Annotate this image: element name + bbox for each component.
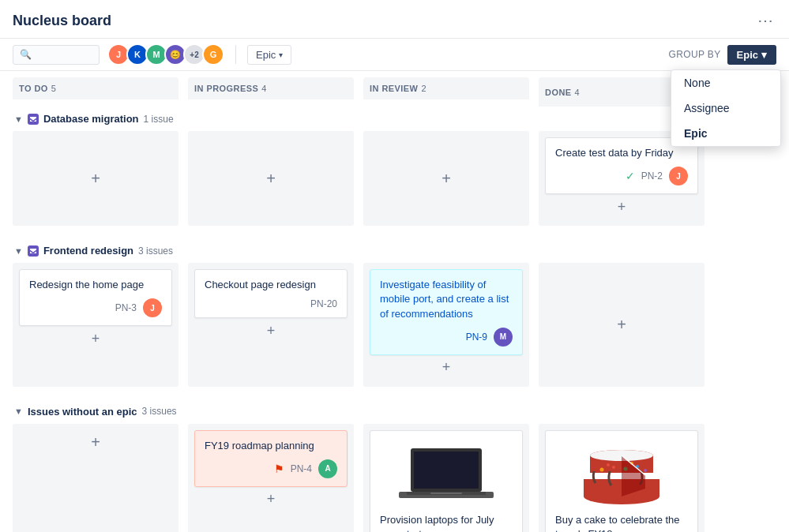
dropdown-item-epic[interactable]: Epic xyxy=(671,121,780,146)
card-pn4-avatar: A xyxy=(318,459,337,478)
no-epic-done-cell: Buy a cake to celebrate the team's FY18 … xyxy=(539,424,704,532)
epic-group-database-migration: ▼ Database migration 1 issue + + + xyxy=(13,107,776,226)
epic-group-header-no-epic[interactable]: ▼ Issues without an epic 3 issues xyxy=(13,399,776,424)
toolbar-divider xyxy=(235,45,236,64)
avatar-5[interactable]: G xyxy=(202,43,224,66)
epic-group-label-no-epic: Issues without an epic xyxy=(28,406,137,418)
card-pn9-avatar: M xyxy=(494,328,513,347)
svg-rect-4 xyxy=(430,493,462,494)
col-header-inprogress: IN PROGRESS 4 xyxy=(188,77,354,107)
database-inprogress-cell: + xyxy=(188,131,354,226)
laptop-svg xyxy=(395,442,498,505)
database-todo-add-button[interactable]: + xyxy=(91,170,100,188)
card-pn20-id: PN-20 xyxy=(310,298,337,309)
card-pn9-title: Investigate feasibility of mobile port, … xyxy=(380,278,513,321)
card-pn3-footer: PN-3 J xyxy=(29,298,162,317)
frontend-inreview-add-button[interactable]: + xyxy=(442,359,451,376)
card-pn20-footer: PN-20 xyxy=(205,298,337,309)
search-box[interactable]: 🔍 xyxy=(13,45,100,65)
card-pn9[interactable]: Investigate feasibility of mobile port, … xyxy=(370,269,523,355)
card-pn9-id: PN-9 xyxy=(466,332,487,343)
epic-icon-frontend xyxy=(28,245,39,257)
database-todo-cell: + xyxy=(13,131,178,226)
epic-group-header-database[interactable]: ▼ Database migration 1 issue xyxy=(13,107,776,131)
card-pn4[interactable]: FY19 roadmap planning ⚑ PN-4 A xyxy=(194,430,348,487)
group-by-area: GROUP BY Epic ▾ xyxy=(669,45,776,65)
svg-point-17 xyxy=(607,463,610,466)
collapse-icon-no-epic: ▼ xyxy=(14,406,23,416)
frontend-done-cell: + xyxy=(539,263,704,387)
database-inreview-add-button[interactable]: + xyxy=(441,170,451,188)
card-pn7-title: Provision laptops for July new starters xyxy=(380,513,513,532)
frontend-done-add-button[interactable]: + xyxy=(617,316,626,334)
group-by-epic-button[interactable]: Epic ▾ xyxy=(727,45,776,65)
no-epic-inprogress-add: + xyxy=(194,487,348,512)
dropdown-item-none[interactable]: None xyxy=(671,70,780,96)
dropdown-item-assignee[interactable]: Assignee xyxy=(671,96,780,121)
col-title-todo: TO DO xyxy=(19,84,48,93)
card-pn4-flag-icon: ⚑ xyxy=(274,463,284,475)
top-bar: Nucleus board ⋯ xyxy=(0,0,789,39)
group-by-chevron-icon: ▾ xyxy=(761,49,767,61)
col-header-todo: TO DO 5 xyxy=(13,77,178,107)
card-pn2-check-icon: ✓ xyxy=(626,170,635,182)
card-pn3[interactable]: Redesign the home page PN-3 J xyxy=(19,269,172,326)
epic-filter-button[interactable]: Epic ▾ xyxy=(247,45,291,65)
group-by-label: GROUP BY xyxy=(669,49,721,60)
svg-rect-1 xyxy=(414,451,479,489)
board-title: Nucleus board xyxy=(13,13,111,29)
card-pn4-id: PN-4 xyxy=(291,463,312,474)
col-title-inreview: IN REVIEW xyxy=(370,84,418,93)
epic-group-count-no-epic: 3 issues xyxy=(142,406,177,417)
frontend-inreview-add: + xyxy=(370,355,523,380)
epic-group-database-row: + + + Create test data by Friday ✓ PN-2 … xyxy=(13,131,776,226)
database-inreview-cell: + xyxy=(363,131,529,226)
col-count-done: 4 xyxy=(575,88,580,97)
card-pn2-footer: ✓ PN-2 J xyxy=(555,167,688,185)
card-pn2-id: PN-2 xyxy=(641,170,663,182)
card-pn2-title: Create test data by Friday xyxy=(555,146,688,160)
no-epic-inprogress-add-button[interactable]: + xyxy=(267,491,276,508)
card-pn3-avatar: J xyxy=(143,298,162,317)
collapse-icon-frontend: ▼ xyxy=(14,246,23,256)
more-options-icon[interactable]: ⋯ xyxy=(754,8,776,33)
col-title-done: DONE xyxy=(545,88,572,97)
epic-filter-label: Epic xyxy=(256,49,276,61)
frontend-todo-add-button[interactable]: + xyxy=(92,331,100,347)
frontend-inprogress-add: + xyxy=(194,318,348,343)
toolbar: 🔍 J K M 😊 +2 G Epic ▾ GROUP BY Epic ▾ xyxy=(0,39,789,71)
col-count-inprogress: 4 xyxy=(261,84,266,93)
epic-group-count-frontend: 3 issues xyxy=(138,245,173,257)
database-done-add: + xyxy=(545,194,698,219)
card-pn4-footer: ⚑ PN-4 A xyxy=(205,459,337,478)
epic-group-count-database: 1 issue xyxy=(144,114,174,125)
column-headers: TO DO 5 IN PROGRESS 4 IN REVIEW 2 DONE 4 xyxy=(13,77,776,107)
card-pn20[interactable]: Checkout page redesign PN-20 xyxy=(194,269,348,318)
frontend-inprogress-cell: Checkout page redesign PN-20 + xyxy=(188,263,354,387)
chevron-down-icon: ▾ xyxy=(279,51,283,59)
group-by-value: Epic xyxy=(737,49,758,61)
card-pn4-title: FY19 roadmap planning xyxy=(205,439,337,453)
database-done-add-button[interactable]: + xyxy=(618,199,626,215)
frontend-inprogress-add-button[interactable]: + xyxy=(267,323,276,339)
no-epic-todo-add-button[interactable]: + xyxy=(91,433,100,451)
col-header-inreview: IN REVIEW 2 xyxy=(363,77,529,107)
database-inprogress-add-button[interactable]: + xyxy=(266,170,276,188)
frontend-inreview-cell: Investigate feasibility of mobile port, … xyxy=(363,263,529,387)
card-pn7-image xyxy=(380,439,513,508)
no-epic-todo-cell: + xyxy=(13,424,178,532)
col-count-todo: 5 xyxy=(51,84,56,93)
frontend-todo-add: + xyxy=(19,326,172,351)
epic-group-no-epic: ▼ Issues without an epic 3 issues + FY19… xyxy=(13,399,776,532)
search-input[interactable] xyxy=(32,49,95,61)
frontend-todo-cell: Redesign the home page PN-3 J + xyxy=(13,263,178,387)
card-pn7[interactable]: Provision laptops for July new starters … xyxy=(370,430,523,532)
card-pn10[interactable]: Buy a cake to celebrate the team's FY18 … xyxy=(545,430,698,532)
epic-group-label-database: Database migration xyxy=(43,113,139,125)
card-pn10-image xyxy=(555,439,688,508)
card-pn9-footer: PN-9 M xyxy=(380,328,513,347)
col-count-inreview: 2 xyxy=(421,84,426,93)
epic-group-header-frontend[interactable]: ▼ Frontend redesign 3 issues xyxy=(13,238,776,263)
no-epic-inreview-cell: Provision laptops for July new starters … xyxy=(363,424,529,532)
svg-point-16 xyxy=(644,469,647,472)
